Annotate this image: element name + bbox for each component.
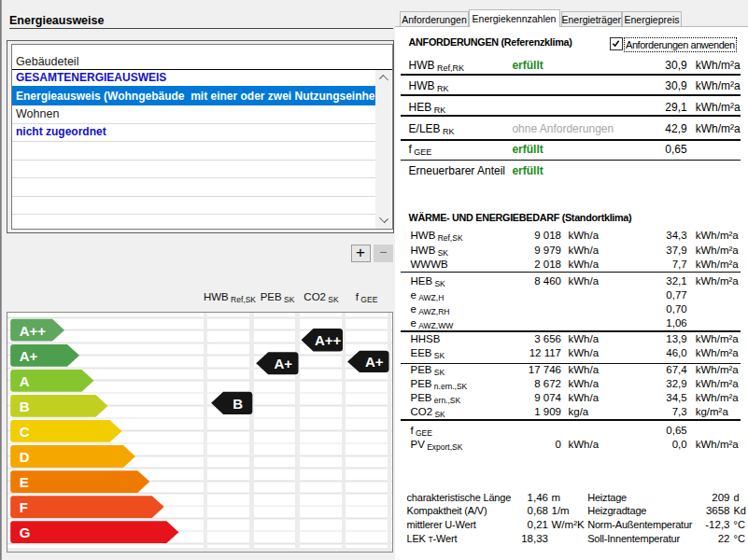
svg-text:F: F xyxy=(19,499,27,515)
svg-text:A+: A+ xyxy=(19,347,37,363)
svg-text:D: D xyxy=(19,449,29,465)
svg-text:A: A xyxy=(19,372,29,388)
svg-text:B: B xyxy=(233,395,243,411)
svg-text:A++: A++ xyxy=(315,332,342,348)
svg-text:A+: A+ xyxy=(274,356,292,371)
svg-text:A++: A++ xyxy=(19,322,46,338)
svg-text:C: C xyxy=(19,423,29,439)
svg-text:G: G xyxy=(19,525,30,540)
svg-text:B: B xyxy=(19,398,29,413)
svg-text:A+: A+ xyxy=(365,354,384,370)
svg-text:E: E xyxy=(19,474,28,490)
